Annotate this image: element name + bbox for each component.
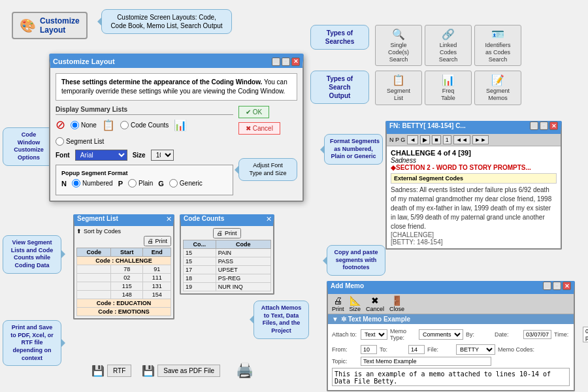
format-segments-callout: Format Segments as Numbered, Plain or Ge… (324, 134, 383, 165)
ok-button[interactable]: ✔ OK (238, 106, 269, 118)
memo-cancel-btn[interactable]: ✖ Cancel (366, 295, 384, 312)
code-counts-close[interactable]: ✕ (266, 215, 272, 223)
segment-data-row: 7891 (77, 265, 171, 274)
segment-memos-icon: 📝 (479, 74, 517, 86)
fn-stop[interactable]: ■ (432, 135, 440, 144)
output-panel: 📋 Segment List 📊 Freq Table 📝 Segment Me… (314, 71, 521, 105)
font-row: Font Arial Size 10 (56, 150, 233, 161)
segment-code-row: Code : EMOTIONS (77, 308, 171, 316)
radio-numbered[interactable]: Numbered (72, 179, 113, 188)
fn-minimize[interactable]: _ (530, 122, 538, 130)
copy-paste-callout: Copy and paste segments with footnotes (327, 245, 385, 276)
memo-from-row: From: To: File: BETTY Memo Codes: (332, 344, 570, 355)
sort-label: Sort by Codes (84, 228, 121, 235)
seg-col-code: Code (77, 248, 111, 257)
display-summary-title: Display Summary Lists (56, 106, 233, 115)
customize-layout-label: Customize Layout (40, 16, 80, 35)
dialog-info-box: These settings determine the appearance … (56, 73, 297, 101)
segment-code-row: Code : EDUCATION (77, 299, 171, 308)
memo-attach-row: Attach to: Text Memo Type: Comments By: … (332, 327, 570, 342)
dialog-maximize[interactable]: □ (282, 57, 290, 66)
dialog-titlebar: Customize Layout _ □ ✕ (50, 55, 302, 68)
fn-toolbar: N P G ◄ ▶ ■ 1 ◄◄ ►► (387, 134, 561, 146)
sort-icon: ⬆ (76, 228, 82, 235)
segment-list-close[interactable]: ✕ (166, 215, 172, 223)
customize-layout-button[interactable]: 🎨 Customize Layout (12, 12, 88, 39)
rtf-button[interactable]: RTF (107, 365, 131, 377)
add-memo-window: Add Memo _ □ ✕ 🖨 Print 📐 Size ✖ Cancel 🚪… (327, 281, 575, 391)
code-counts-table: Co... Code 15PAIN15PASS17UPSET18PS-REG19… (183, 240, 271, 291)
segment-list-window: Segment List ✕ ⬆ Sort by Codes 🖨 Print C… (73, 214, 174, 319)
fn-back[interactable]: ◄◄ (453, 135, 470, 144)
fn-body: CHALLENGE 4 of 4 [39] Sadness ◆SECTION 2… (387, 146, 561, 248)
radio-segment-list[interactable]: Segment List (56, 137, 104, 146)
memo-text-area[interactable]: This is an example of a memo attached to… (332, 368, 570, 386)
save-pdf-button[interactable]: Save as PDF File (157, 365, 220, 377)
cancel-button[interactable]: ✖ Cancel (238, 122, 280, 135)
attach-select[interactable]: Text (361, 329, 387, 340)
popup-format-group: N Numbered P Plain G Gen (61, 179, 227, 188)
memo-minimize[interactable]: _ (543, 282, 551, 290)
code-counts-window: Code Counts ✕ 🖨 Print Co... Code 15PAIN1… (180, 214, 274, 295)
freq-table-icon: 📊 (429, 74, 467, 86)
code-print-btn[interactable]: 🖨 Print (213, 228, 240, 238)
fn-prev[interactable]: ◄ (407, 135, 418, 144)
code-count-row: 19NUR INQ (184, 283, 271, 291)
segment-list-btn[interactable]: 📋 Segment List (375, 71, 422, 105)
size-icon: 📐 (350, 295, 361, 306)
segment-print-area: 🖨 Print (76, 236, 171, 246)
radio-plain[interactable]: Plain (128, 179, 153, 188)
fn-maximize[interactable]: □ (540, 122, 548, 130)
text-memo-title: ✲ Text Memo Example (341, 316, 410, 323)
code-count-row: 15PASS (184, 257, 271, 266)
cancel-icon: ✖ (371, 295, 379, 306)
memo-close-btn[interactable]: ✕ (563, 282, 571, 290)
size-select[interactable]: 10 (151, 150, 174, 161)
display-radio-group: ⊘ None 📋 Code Counts 📊 Segment List (56, 118, 233, 146)
fn-jump[interactable]: 1 (443, 135, 451, 144)
single-code-icon: 🔍 (380, 28, 417, 41)
fn-window: FN: BETTY[ 148-154] C... _ □ ✕ N P G ◄ ▶… (385, 121, 562, 250)
popup-format-box: Popup Segment Format N Numbered P Plain … (56, 165, 233, 195)
fn-next[interactable]: ►► (472, 135, 489, 144)
dialog-minimize[interactable]: _ (272, 57, 280, 66)
text-memo-bar: ▼ ✲ Text Memo Example (328, 314, 574, 324)
topic-input[interactable] (361, 357, 491, 366)
attach-memo-callout: Attach Memos to Text, Data Files, and th… (253, 301, 309, 339)
rtf-btn[interactable]: 💾 RTF (91, 365, 131, 377)
to-input[interactable] (408, 345, 425, 354)
from-input[interactable] (361, 345, 377, 354)
rtf-icon: 💾 (91, 365, 105, 377)
freq-table-btn[interactable]: 📊 Freq Table (425, 71, 472, 105)
linked-codes-search-btn[interactable]: 🔗 Linked Codes Search (425, 25, 472, 66)
pdf-icon: 💾 (142, 365, 155, 377)
dialog-close[interactable]: ✕ (291, 57, 300, 66)
segment-memos-btn[interactable]: 📝 Segment Memos (474, 71, 521, 105)
fn-close[interactable]: ✕ (549, 122, 558, 130)
memo-window-btns: _ □ ✕ (543, 282, 571, 290)
memo-close-tool-btn[interactable]: 🚪 Close (389, 295, 404, 312)
fn-text: Sadness: All events listed under failure… (391, 186, 557, 231)
linked-codes-icon: 🔗 (429, 28, 467, 41)
identifiers-search-btn[interactable]: 🪪 Identifiers as Codes Search (474, 25, 521, 66)
date-field: 03/07/07 (523, 330, 551, 339)
font-select[interactable]: Arial (75, 150, 127, 161)
bottom-file-area: 💾 RTF 💾 Save as PDF File 🖨️ (91, 362, 253, 379)
memo-size-btn[interactable]: 📐 Size (350, 295, 361, 312)
memo-print-btn[interactable]: 🖨 Print (332, 295, 344, 312)
radio-none[interactable]: None (71, 121, 97, 129)
expand-icon: ▼ (332, 316, 338, 323)
memo-maximize[interactable]: □ (553, 282, 561, 290)
segment-print-btn[interactable]: 🖨 Print (144, 236, 171, 246)
fn-play[interactable]: ▶ (420, 135, 430, 144)
fn-sadness: Sadness (391, 157, 557, 164)
file-select[interactable]: BETTY (456, 344, 495, 355)
radio-code-counts[interactable]: Code Counts (120, 121, 169, 129)
single-code-search-btn[interactable]: 🔍 Single Code(s) Search (375, 25, 422, 66)
fn-window-btns: _ □ ✕ (530, 122, 558, 130)
radio-generic[interactable]: Generic (169, 179, 203, 188)
segment-list-toolbar: ⬆ Sort by Codes (76, 228, 171, 235)
memo-type-select[interactable]: Comments (419, 329, 463, 340)
memo-titlebar: Add Memo _ □ ✕ (328, 282, 574, 290)
pdf-btn-area[interactable]: 💾 Save as PDF File (142, 365, 220, 377)
